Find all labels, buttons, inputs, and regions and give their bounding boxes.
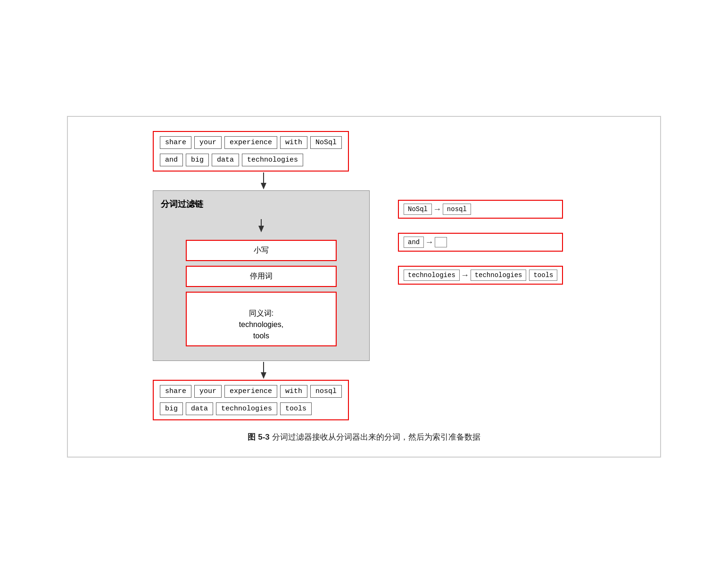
ex-tech-output-2: tools <box>529 270 557 281</box>
bottom-output-group: share your experience with nosql big dat… <box>153 380 641 420</box>
out-token-data: data <box>186 402 213 415</box>
input-row-2: and big data technologies <box>158 152 343 168</box>
out-token-your: your <box>194 385 222 398</box>
token-big-1: big <box>186 154 209 166</box>
caption-number: 图 5-3 <box>248 433 269 442</box>
arrow-right-1: → <box>435 205 440 214</box>
out-token-share: share <box>160 385 191 398</box>
arrow-down-2 <box>233 361 641 380</box>
top-input-group: share your experience with NoSql and big… <box>153 131 641 172</box>
diagram-container: share your experience with NoSql and big… <box>67 116 661 458</box>
out-token-tools: tools <box>280 402 312 415</box>
token-share: share <box>160 136 191 149</box>
token-nosql-upper: NoSql <box>310 136 342 149</box>
output-row-1: share your experience with nosql <box>158 384 343 399</box>
token-technologies-1: technologies <box>242 154 303 166</box>
svg-marker-1 <box>261 183 266 189</box>
output-token-rows: share your experience with nosql big dat… <box>158 384 343 417</box>
filter-chain-title: 分词过滤链 <box>161 198 362 210</box>
output-token-group: share your experience with nosql big dat… <box>153 380 349 420</box>
example-and: and → <box>398 233 563 252</box>
input-token-group: share your experience with NoSql and big… <box>153 131 349 172</box>
filter-step-stopword: 停用词 <box>186 266 337 287</box>
example-technologies: technologies → technologies tools <box>398 266 563 285</box>
caption-text: 分词过滤器接收从分词器出来的分词，然后为索引准备数据 <box>272 433 480 442</box>
caption: 图 5-3 分词过滤器接收从分词器出来的分词，然后为索引准备数据 <box>87 432 641 442</box>
arrow-right-2: → <box>427 237 432 247</box>
arrow-down-1 <box>233 172 641 190</box>
examples-column: NoSql → nosql and → technologies → techn… <box>398 200 563 285</box>
chain-examples-row: 分词过滤链 小写 停用词 同义词:technologies,tools <box>87 190 641 361</box>
out-token-with: with <box>280 385 307 398</box>
token-data-1: data <box>212 154 239 166</box>
input-token-rows: share your experience with NoSql and big… <box>158 135 343 168</box>
out-token-big: big <box>160 402 183 415</box>
filter-step-lowercase: 小写 <box>186 240 337 261</box>
left-col: 分词过滤链 小写 停用词 同义词:technologies,tools <box>87 190 370 361</box>
token-with-1: with <box>280 136 307 149</box>
ex-nosql-input: NoSql <box>404 204 432 215</box>
arrow-right-3: → <box>463 270 468 280</box>
out-token-nosql: nosql <box>310 385 342 398</box>
filter-chain-box: 分词过滤链 小写 停用词 同义词:technologies,tools <box>153 190 370 361</box>
svg-marker-3 <box>258 226 264 232</box>
out-token-experience: experience <box>224 385 277 398</box>
ex-tech-output-1: technologies <box>471 270 527 281</box>
token-your: your <box>194 136 222 149</box>
ex-tech-input: technologies <box>404 270 460 281</box>
ex-and-input: and <box>404 237 424 248</box>
arrow-in-chain-1 <box>161 216 362 235</box>
ex-nosql-output: nosql <box>443 204 471 215</box>
ex-and-output-empty <box>435 237 447 247</box>
out-token-technologies: technologies <box>216 402 277 415</box>
token-and-1: and <box>160 154 183 166</box>
filter-step-synonym: 同义词:technologies,tools <box>186 292 337 346</box>
output-row-2: big data technologies tools <box>158 401 343 417</box>
svg-marker-5 <box>261 372 266 379</box>
example-nosql: NoSql → nosql <box>398 200 563 219</box>
token-experience: experience <box>224 136 277 149</box>
input-row-1: share your experience with NoSql <box>158 135 343 150</box>
